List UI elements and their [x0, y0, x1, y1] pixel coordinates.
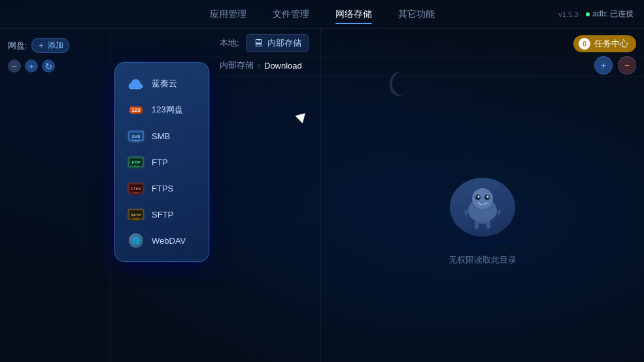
ftps-label: FTPS — [152, 184, 173, 193]
whale-svg — [456, 183, 509, 232]
refresh-button[interactable]: ↻ — [42, 59, 55, 73]
svg-point-24 — [477, 195, 479, 197]
sftp-label: SFTP — [152, 210, 173, 220]
version-label: v1.5.3 — [558, 10, 578, 18]
add-netdisk-button[interactable]: ＋ 添加 — [31, 38, 69, 53]
adb-status: adb: 已连接 — [586, 8, 634, 20]
netdisk-header: 网盘: ＋ 添加 — [5, 37, 105, 54]
svg-text:SMB: SMB — [131, 135, 141, 139]
plus-icon: ＋ — [37, 40, 45, 51]
smb-icon: SMB — [127, 129, 145, 143]
main-content-area: 无权限读取此目录 — [320, 78, 644, 362]
nav-tabs: 应用管理 文件管理 网络存储 其它功能 — [210, 6, 435, 23]
left-controls: − + ↻ — [5, 59, 105, 73]
svg-rect-19 — [131, 220, 141, 221]
tab-file-manage[interactable]: 文件管理 — [273, 6, 309, 23]
task-count-badge: 0 — [579, 38, 590, 50]
cloud-icon — [127, 76, 145, 91]
svg-rect-8 — [133, 166, 139, 167]
top-navigation: 应用管理 文件管理 网络存储 其它功能 v1.5.3 adb: 已连接 — [0, 0, 644, 29]
mouse-cursor — [295, 113, 307, 125]
add-folder-button[interactable]: + — [594, 56, 613, 74]
service-item-webdav[interactable]: 🌐 WebDAV — [115, 227, 209, 254]
task-center-button[interactable]: 0 任务中心 — [573, 35, 636, 52]
breadcrumb: 内部存储 › Download — [209, 54, 644, 77]
svg-rect-26 — [475, 221, 479, 229]
service-item-ftp[interactable]: FTP FTP — [115, 149, 209, 175]
adb-label: adb: 已连接 — [592, 8, 634, 20]
ftps-icon: FTPS — [127, 181, 145, 195]
svg-rect-9 — [131, 167, 141, 169]
service-item-123pan[interactable]: 123 123网盘 — [115, 97, 209, 123]
tab-other-func[interactable]: 其它功能 — [398, 6, 435, 23]
local-label: 本地: — [220, 37, 239, 49]
svg-rect-14 — [131, 193, 141, 195]
123pan-icon: 123 — [127, 103, 145, 117]
webdav-icon: 🌐 — [127, 233, 145, 248]
service-item-sftp[interactable]: SFTP SFTP — [115, 201, 209, 227]
storage-label: 内部存储 — [267, 37, 301, 49]
empty-message: 无权限读取此目录 — [449, 254, 517, 266]
service-item-smb[interactable]: SMB SMB — [115, 123, 209, 149]
illustration-circle — [450, 178, 515, 237]
right-action-buttons: + − — [594, 56, 636, 74]
svg-rect-18 — [133, 218, 139, 220]
svg-rect-4 — [131, 141, 141, 142]
empty-state: 无权限读取此目录 — [440, 174, 525, 266]
add-label: 添加 — [48, 40, 63, 51]
netdisk-label: 网盘: — [8, 40, 27, 52]
shadow — [453, 239, 512, 246]
breadcrumb-separator: › — [258, 61, 260, 70]
service-item-ftps[interactable]: FTPS FTPS — [115, 175, 209, 201]
123pan-label: 123网盘 — [152, 104, 183, 116]
svg-point-25 — [486, 195, 488, 197]
adb-dot — [586, 12, 590, 16]
webdav-label: WebDAV — [152, 236, 186, 246]
ftp-label: FTP — [152, 157, 168, 167]
add-button[interactable]: + — [25, 59, 38, 73]
tab-app-manage[interactable]: 应用管理 — [210, 6, 246, 23]
svg-rect-13 — [133, 192, 139, 193]
left-panel: 网盘: ＋ 添加 − + ↻ — [0, 29, 111, 362]
svg-text:SFTP: SFTP — [131, 213, 141, 217]
remove-item-button[interactable]: − — [618, 56, 636, 74]
svg-text:FTPS: FTPS — [131, 187, 141, 191]
storage-icon: 🖥 — [253, 37, 263, 49]
svg-rect-3 — [133, 140, 139, 141]
lanyun-label: 蓝奏云 — [152, 78, 177, 90]
svg-rect-27 — [486, 221, 490, 229]
breadcrumb-root[interactable]: 内部存储 — [220, 59, 254, 71]
remove-button[interactable]: − — [8, 59, 21, 73]
service-item-lanyun[interactable]: 蓝奏云 — [115, 71, 209, 97]
smb-label: SMB — [152, 131, 170, 141]
breadcrumb-current: Download — [264, 61, 302, 71]
sftp-icon: SFTP — [127, 207, 145, 222]
ftp-icon: FTP — [127, 155, 145, 169]
svg-point-21 — [472, 188, 493, 209]
topnav-right: v1.5.3 adb: 已连接 — [558, 8, 634, 20]
service-dropdown: 蓝奏云 123 123网盘 SMB SMB FTP — [114, 62, 209, 262]
svg-text:FTP: FTP — [131, 160, 141, 165]
tab-net-storage[interactable]: 网络存储 — [335, 6, 372, 23]
storage-selector[interactable]: 🖥 内部存储 — [246, 34, 309, 52]
task-center-label: 任务中心 — [594, 38, 628, 50]
empty-illustration-container — [440, 174, 525, 246]
